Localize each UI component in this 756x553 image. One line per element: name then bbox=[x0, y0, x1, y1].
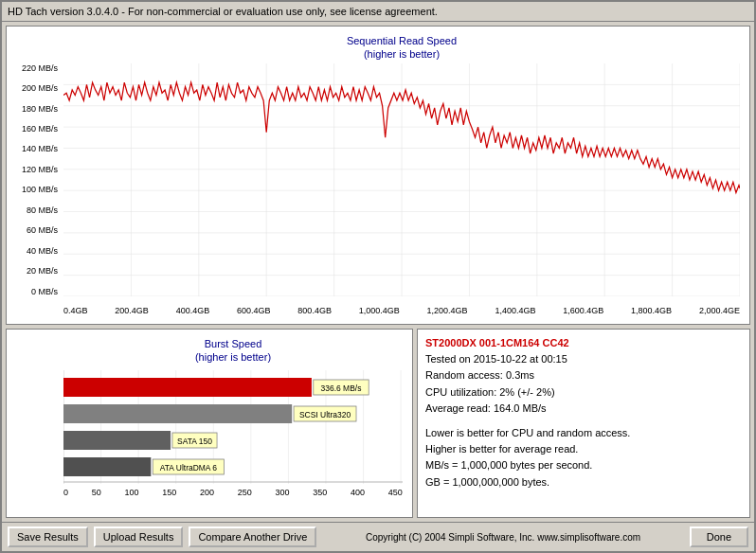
svg-text:336.6 MB/s: 336.6 MB/s bbox=[321, 383, 362, 392]
info-line-2: Random access: 0.3ms bbox=[425, 368, 742, 383]
svg-text:ATA UltraDMA 6: ATA UltraDMA 6 bbox=[160, 462, 218, 472]
info-line-3: CPU utilization: 2% (+/- 2%) bbox=[425, 385, 742, 400]
copyright-text: Copyright (C) 2004 Simpli Software, Inc.… bbox=[322, 532, 683, 543]
info-title: ST2000DX 001-1CM164 CC42 bbox=[425, 337, 742, 348]
info-line-1: Tested on 2015-10-22 at 00:15 bbox=[425, 352, 742, 366]
info-line-4: Average read: 164.0 MB/s bbox=[425, 401, 742, 416]
info-line-5: Lower is better for CPU and random acces… bbox=[425, 426, 742, 440]
burst-chart-title: Burst Speed (higher is better) bbox=[63, 337, 403, 365]
info-line-7: MB/s = 1,000,000 bytes per second. bbox=[425, 458, 742, 473]
x-axis: 0.4GB 200.4GB 400.4GB 600.4GB 800.4GB 1,… bbox=[63, 306, 740, 315]
burst-x-labels: 0 50 100 150 200 250 300 350 400 450 bbox=[63, 488, 403, 497]
burst-chart-svg: 336.6 MB/s SCSI Ultra320 SATA 150 ATA Ul… bbox=[63, 370, 403, 484]
svg-rect-34 bbox=[63, 404, 292, 423]
burst-chart-container: Burst Speed (higher is better) bbox=[6, 329, 413, 518]
main-window: HD Tach version 3.0.4.0 - For non-commer… bbox=[0, 0, 756, 553]
toolbar: Save Results Upload Results Compare Anot… bbox=[2, 522, 754, 551]
seq-chart: 220 MB/s 200 MB/s 180 MB/s 160 MB/s 140 … bbox=[63, 63, 740, 296]
svg-rect-31 bbox=[63, 378, 312, 397]
svg-text:SCSI Ultra320: SCSI Ultra320 bbox=[299, 409, 351, 419]
seq-chart-svg bbox=[63, 63, 740, 296]
title-bar: HD Tach version 3.0.4.0 - For non-commer… bbox=[2, 2, 754, 22]
seq-chart-title: Sequential Read Speed (higher is better) bbox=[63, 34, 740, 62]
bottom-section: Burst Speed (higher is better) bbox=[6, 329, 750, 518]
info-line-8: GB = 1,000,000,000 bytes. bbox=[425, 475, 742, 490]
info-panel: ST2000DX 001-1CM164 CC42 Tested on 2015-… bbox=[417, 329, 750, 518]
y-axis: 220 MB/s 200 MB/s 180 MB/s 160 MB/s 140 … bbox=[9, 63, 58, 296]
burst-bars: 336.6 MB/s SCSI Ultra320 SATA 150 ATA Ul… bbox=[63, 370, 403, 493]
upload-results-button[interactable]: Upload Results bbox=[94, 526, 184, 547]
compare-drive-button[interactable]: Compare Another Drive bbox=[189, 526, 316, 547]
main-content: Sequential Read Speed (higher is better)… bbox=[2, 22, 754, 522]
svg-text:SATA 150: SATA 150 bbox=[177, 436, 212, 445]
svg-rect-37 bbox=[63, 431, 171, 450]
svg-rect-40 bbox=[63, 457, 151, 476]
seq-chart-container: Sequential Read Speed (higher is better)… bbox=[6, 26, 750, 325]
done-button[interactable]: Done bbox=[690, 526, 748, 547]
title-text: HD Tach version 3.0.4.0 - For non-commer… bbox=[8, 6, 438, 17]
info-line-6: Higher is better for average read. bbox=[425, 442, 742, 456]
save-results-button[interactable]: Save Results bbox=[8, 526, 88, 547]
